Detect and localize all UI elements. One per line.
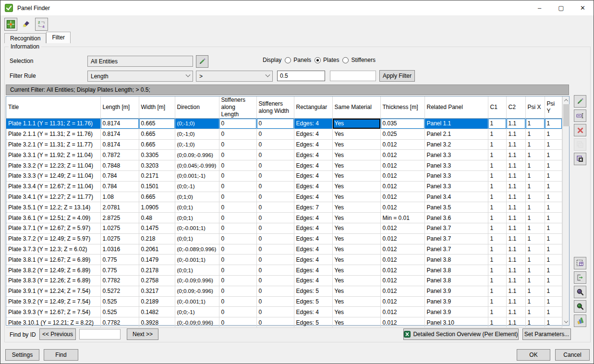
table-cell[interactable]: 0.012 bbox=[380, 317, 424, 328]
table-cell[interactable]: 0.012 bbox=[380, 139, 424, 150]
table-cell[interactable]: 1 bbox=[488, 296, 506, 307]
table-cell[interactable]: 0 bbox=[219, 129, 256, 139]
column-header[interactable]: Stiffeners along Width bbox=[256, 97, 294, 119]
table-cell[interactable]: (0;-1;0) bbox=[175, 139, 219, 150]
table-cell[interactable]: 0.1501 bbox=[139, 181, 175, 192]
table-cell[interactable]: 1 bbox=[545, 181, 562, 192]
table-cell[interactable]: Panel 3.10 bbox=[424, 317, 488, 328]
column-header[interactable]: Title bbox=[6, 97, 100, 119]
table-cell[interactable]: (0;0;1) bbox=[175, 233, 219, 244]
table-cell[interactable]: Plate 3.3.1 (Y = 11.92; Z = 11.04) bbox=[6, 150, 100, 160]
table-cell[interactable]: Yes bbox=[332, 265, 380, 276]
table-cell[interactable]: Panel 3.8 bbox=[424, 275, 488, 286]
table-cell[interactable]: 1 bbox=[545, 317, 562, 328]
table-cell[interactable]: Edges: 4 bbox=[294, 129, 332, 139]
table-cell[interactable]: Panel 1.1 bbox=[424, 119, 488, 129]
table-cell[interactable]: 1 bbox=[488, 181, 506, 192]
table-cell[interactable]: 0.8174 bbox=[100, 119, 139, 129]
table-cell[interactable]: 1 bbox=[545, 160, 562, 171]
table-row[interactable]: Plate 3.9.2 (Y = 12.49; Z = 7.54)0.5250.… bbox=[6, 296, 562, 307]
table-cell[interactable]: Panel 3.3 bbox=[424, 150, 488, 160]
table-row[interactable]: Plate 3.5.1 (Y = 12.2; Z = 13.14)2.07811… bbox=[6, 202, 562, 213]
table-cell[interactable]: Yes bbox=[332, 170, 380, 181]
tab-filter[interactable]: Filter bbox=[46, 32, 71, 43]
renumber-button[interactable]: 2 4 bbox=[35, 18, 48, 31]
table-cell[interactable]: 0 bbox=[256, 244, 294, 255]
rename-button[interactable] bbox=[574, 109, 586, 122]
column-header[interactable]: Direction bbox=[175, 97, 219, 119]
table-cell[interactable]: 0.3203 bbox=[139, 160, 175, 171]
panel-recognition-button[interactable] bbox=[4, 18, 17, 31]
table-cell[interactable]: 0.012 bbox=[380, 307, 424, 317]
table-cell[interactable]: 0.012 bbox=[380, 286, 424, 296]
table-cell[interactable]: 0.5272 bbox=[100, 286, 139, 296]
table-cell[interactable]: 0.2189 bbox=[139, 296, 175, 307]
table-cell[interactable]: 1 bbox=[545, 139, 562, 150]
table-cell[interactable]: 1.1 bbox=[506, 213, 525, 223]
radio-panels[interactable]: Panels bbox=[285, 57, 311, 63]
table-cell[interactable]: 0.8174 bbox=[100, 129, 139, 139]
table-cell[interactable]: Edges: 4 bbox=[294, 233, 332, 244]
table-cell[interactable]: (0;0;1) bbox=[175, 265, 219, 276]
table-cell[interactable]: 0.2061 bbox=[139, 244, 175, 255]
table-cell[interactable]: 0 bbox=[256, 129, 294, 139]
table-cell[interactable]: 0 bbox=[256, 213, 294, 223]
table-cell[interactable]: 0.012 bbox=[380, 223, 424, 233]
table-cell[interactable]: 0.1475 bbox=[139, 223, 175, 233]
table-row[interactable]: Plate 3.7.3 (Y = 12.3; Z = 6.02)1.03160.… bbox=[6, 244, 562, 255]
table-cell[interactable]: Panel 3.6 bbox=[424, 213, 488, 223]
next-button[interactable]: Next >> bbox=[127, 328, 158, 340]
table-cell[interactable]: 0 bbox=[256, 139, 294, 150]
scroll-down-button[interactable] bbox=[563, 318, 570, 325]
radio-plates[interactable]: Plates bbox=[315, 57, 339, 63]
table-cell[interactable]: 0 bbox=[256, 296, 294, 307]
table-cell[interactable]: 1 bbox=[488, 129, 506, 139]
table-cell[interactable]: 1 bbox=[525, 223, 545, 233]
column-header[interactable]: Length [m] bbox=[100, 97, 139, 119]
table-cell[interactable]: 0.7872 bbox=[100, 150, 139, 160]
table-cell[interactable]: 0 bbox=[256, 275, 294, 286]
scrollbar-thumb[interactable] bbox=[563, 104, 570, 126]
table-cell[interactable]: Plate 3.5.1 (Y = 12.2; Z = 13.14) bbox=[6, 202, 100, 213]
table-row[interactable]: Plate 3.8.1 (Y = 12.67; Z = 6.89)0.7750.… bbox=[6, 255, 562, 265]
rule-value1-input[interactable] bbox=[277, 71, 325, 81]
table-cell[interactable]: 1 bbox=[525, 170, 545, 181]
table-cell[interactable]: 1 bbox=[545, 213, 562, 223]
table-cell[interactable]: 0 bbox=[219, 139, 256, 150]
table-cell[interactable]: 0 bbox=[256, 223, 294, 233]
table-row[interactable]: Plate 3.3.4 (Y = 12.67; Z = 11.04)0.7840… bbox=[6, 181, 562, 192]
table-cell[interactable]: 1 bbox=[545, 275, 562, 286]
table-cell[interactable]: 0 bbox=[256, 255, 294, 265]
table-cell[interactable]: Panel 3.4 bbox=[424, 192, 488, 202]
table-cell[interactable]: 1 bbox=[488, 255, 506, 265]
minimize-button[interactable]: – bbox=[529, 0, 550, 15]
table-cell[interactable]: 0 bbox=[256, 160, 294, 171]
table-cell[interactable]: Plate 3.10.1 (Y = 12.21; Z = 8.22) bbox=[6, 317, 100, 328]
table-row[interactable]: Plate 3.4.1 (Y = 12.27; Z = 11.77)1.080.… bbox=[6, 192, 562, 202]
table-cell[interactable]: 0 bbox=[219, 317, 256, 328]
table-cell[interactable]: Yes bbox=[332, 150, 380, 160]
export-panel-button[interactable] bbox=[574, 271, 586, 284]
table-cell[interactable]: 1.1 bbox=[506, 223, 525, 233]
table-cell[interactable]: Plate 3.8.2 (Y = 12.49; Z = 6.89) bbox=[6, 265, 100, 276]
edit-selection-button[interactable] bbox=[196, 55, 208, 68]
table-cell[interactable]: 0 bbox=[219, 202, 256, 213]
column-header[interactable]: Rectangular bbox=[294, 97, 332, 119]
table-cell[interactable]: 1 bbox=[525, 160, 545, 171]
table-cell[interactable]: 1 bbox=[488, 139, 506, 150]
table-cell[interactable]: 0 bbox=[219, 286, 256, 296]
table-cell[interactable]: Plate 3.9.1 (Y = 12.24; Z = 7.54) bbox=[6, 286, 100, 296]
rule-field-select[interactable]: Length bbox=[87, 71, 193, 82]
table-cell[interactable]: 1.1 bbox=[506, 150, 525, 160]
table-cell[interactable]: 1.1 bbox=[506, 129, 525, 139]
table-cell[interactable]: Plate 3.9.2 (Y = 12.49; Z = 7.54) bbox=[6, 296, 100, 307]
table-cell[interactable]: (0;1;0) bbox=[175, 192, 219, 202]
table-cell[interactable]: (0;0.045;-0.999) bbox=[175, 160, 219, 171]
column-header[interactable]: C2 bbox=[506, 97, 525, 119]
table-cell[interactable]: Yes bbox=[332, 181, 380, 192]
table-cell[interactable]: 1 bbox=[545, 202, 562, 213]
table-cell[interactable]: Plate 1.1.1 (Y = 11.31; Z = 11.76) bbox=[6, 119, 100, 129]
ok-button[interactable]: OK bbox=[517, 349, 550, 361]
table-cell[interactable]: 1 bbox=[525, 150, 545, 160]
column-header[interactable]: Width [m] bbox=[139, 97, 175, 119]
